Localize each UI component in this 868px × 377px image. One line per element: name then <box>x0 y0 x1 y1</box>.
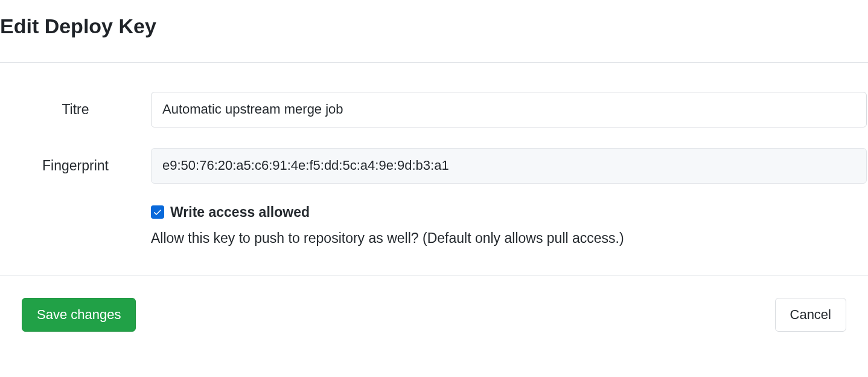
fingerprint-row: Fingerprint e9:50:76:20:a5:c6:91:4e:f5:d… <box>0 148 868 184</box>
page-header: Edit Deploy Key <box>0 0 868 62</box>
title-input-col <box>151 92 868 127</box>
write-access-row: Write access allowed <box>0 204 868 221</box>
title-label: Titre <box>0 102 151 118</box>
write-access-checkbox[interactable] <box>151 205 164 219</box>
form-footer: Save changes Cancel <box>0 276 868 353</box>
form-section: Titre Fingerprint e9:50:76:20:a5:c6:91:4… <box>0 63 868 276</box>
checkmark-icon <box>153 207 162 217</box>
save-changes-button[interactable]: Save changes <box>22 298 136 332</box>
fingerprint-value: e9:50:76:20:a5:c6:91:4e:f5:dd:5c:a4:9e:9… <box>151 148 867 184</box>
write-access-help-text: Allow this key to push to repository as … <box>0 230 868 246</box>
fingerprint-label: Fingerprint <box>0 158 151 174</box>
title-row: Titre <box>0 92 868 127</box>
fingerprint-value-col: e9:50:76:20:a5:c6:91:4e:f5:dd:5c:a4:9e:9… <box>151 148 868 184</box>
write-access-label[interactable]: Write access allowed <box>170 204 310 221</box>
cancel-button[interactable]: Cancel <box>775 298 846 332</box>
write-access-checkbox-wrapper: Write access allowed <box>151 204 310 221</box>
title-input[interactable] <box>151 92 867 127</box>
page-title: Edit Deploy Key <box>0 14 868 38</box>
